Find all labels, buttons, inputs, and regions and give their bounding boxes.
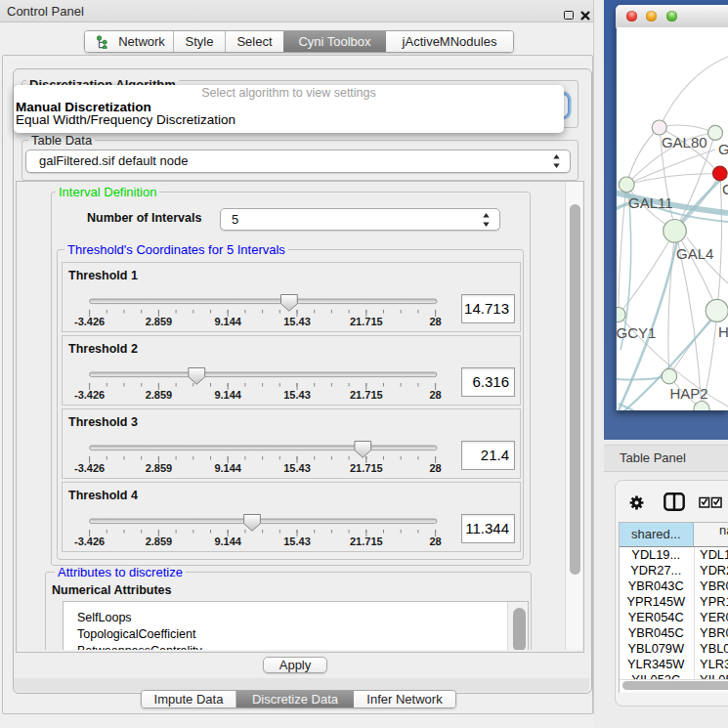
svg-text:28: 28 <box>429 535 441 547</box>
svg-text:GAL4: GAL4 <box>676 244 713 261</box>
svg-text:C: C <box>722 180 728 196</box>
svg-text:2.859: 2.859 <box>146 389 173 401</box>
svg-text:HA: HA <box>718 322 728 339</box>
svg-text:GAL80: GAL80 <box>662 134 707 150</box>
svg-text:28: 28 <box>429 389 441 401</box>
svg-text:21.715: 21.715 <box>350 389 383 401</box>
svg-text:9.144: 9.144 <box>214 389 241 401</box>
svg-text:28: 28 <box>429 462 441 474</box>
svg-text:-3.426: -3.426 <box>74 462 105 474</box>
svg-text:-3.426: -3.426 <box>74 316 105 327</box>
svg-text:15.43: 15.43 <box>283 316 311 327</box>
svg-text:2.859: 2.859 <box>146 316 173 327</box>
svg-text:9.144: 9.144 <box>214 535 241 547</box>
svg-text:GCY1: GCY1 <box>617 323 656 340</box>
svg-text:2.859: 2.859 <box>146 462 173 474</box>
svg-text:15.43: 15.43 <box>283 389 311 401</box>
svg-text:9.144: 9.144 <box>214 462 241 474</box>
svg-text:15.43: 15.43 <box>283 462 311 474</box>
svg-text:21.715: 21.715 <box>350 535 383 547</box>
svg-text:21.715: 21.715 <box>350 462 383 474</box>
svg-text:15.43: 15.43 <box>283 535 311 547</box>
svg-text:-3.426: -3.426 <box>74 389 105 401</box>
svg-text:9.144: 9.144 <box>214 316 241 327</box>
svg-text:GAL11: GAL11 <box>628 193 673 210</box>
svg-text:HAP2: HAP2 <box>670 384 708 401</box>
svg-text:28: 28 <box>429 316 441 327</box>
svg-text:21.715: 21.715 <box>350 316 383 327</box>
svg-text:-3.426: -3.426 <box>74 535 105 547</box>
svg-text:GAL8: GAL8 <box>718 141 728 157</box>
svg-text:2.859: 2.859 <box>146 535 173 547</box>
